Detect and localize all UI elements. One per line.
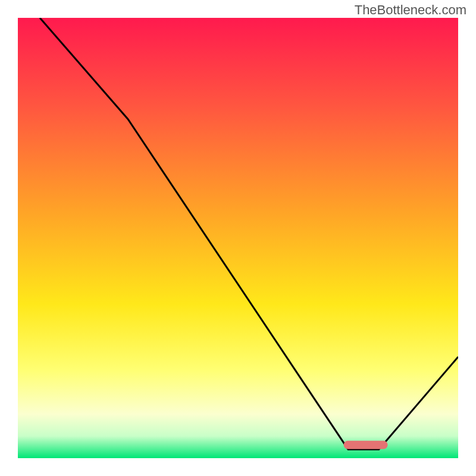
chart-svg xyxy=(18,18,458,458)
watermark-text: TheBottleneck.com xyxy=(355,2,466,18)
chart-background xyxy=(18,18,458,458)
optimal-zone-marker xyxy=(344,441,388,449)
chart-plot-area xyxy=(18,18,458,458)
